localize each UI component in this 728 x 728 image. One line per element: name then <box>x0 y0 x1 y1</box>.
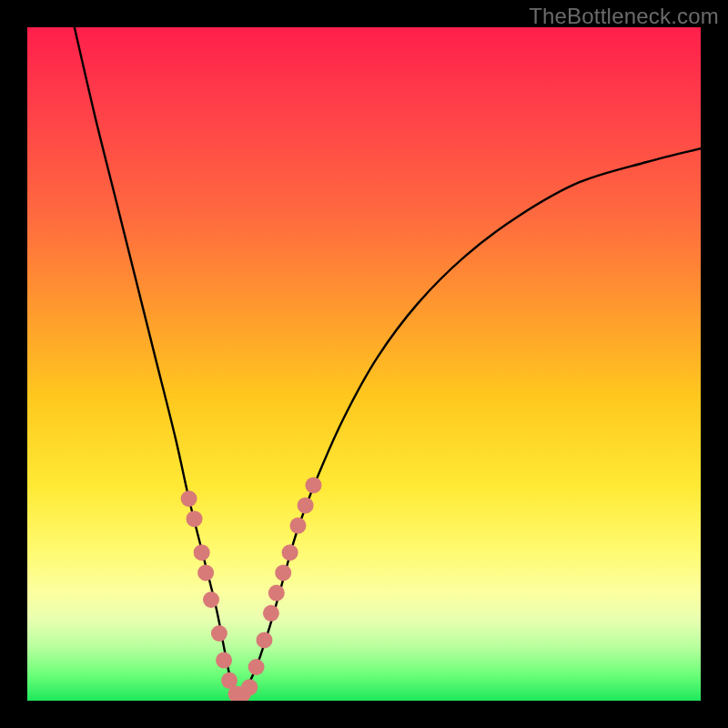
plot-gradient-background <box>27 27 701 701</box>
watermark-text: TheBottleneck.com <box>529 4 719 29</box>
chart-frame: TheBottleneck.com <box>0 0 728 728</box>
